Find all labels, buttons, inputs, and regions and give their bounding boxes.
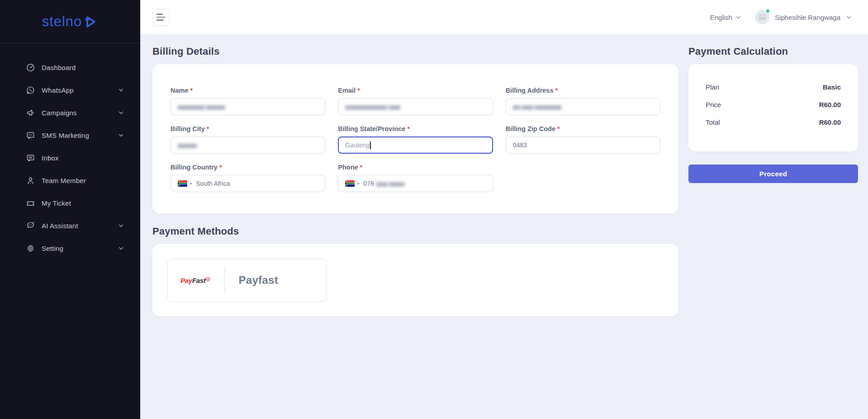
user-menu[interactable]: Siphesihle Rangwaga	[755, 10, 852, 24]
required-asterisk: *	[219, 164, 222, 171]
name-input[interactable]: ▆▆▆▆▆▆▆ ▆▆▆▆▆	[171, 98, 325, 115]
south-africa-flag-icon	[345, 180, 355, 187]
dropdown-caret-icon: ▾	[357, 182, 359, 186]
brand-logo-text: stelno	[42, 14, 82, 30]
redacted-value: ▆▆▆▆▆▆▆ ▆▆▆▆▆	[178, 104, 225, 110]
page-title: Billing Details	[152, 46, 678, 57]
field-billing-state: Billing State/Province* Gauteng	[338, 125, 493, 154]
gear-icon	[26, 244, 35, 253]
megaphone-icon	[26, 108, 35, 117]
play-arrow-icon	[80, 13, 98, 33]
grid-spacer	[506, 164, 660, 192]
billing-column: Billing Details Name* ▆▆▆▆▆▆▆ ▆▆▆▆▆ Emai…	[152, 46, 678, 316]
sidebar-item-ai-assistant[interactable]: AI Assistant	[0, 214, 140, 237]
payment-calculation-title: Payment Calculation	[688, 46, 858, 57]
topbar-right: English Siphesihle Rangwaga	[710, 10, 852, 24]
whatsapp-icon	[26, 86, 35, 94]
billing-form-card: Name* ▆▆▆▆▆▆▆ ▆▆▆▆▆ Email* ▆▆▆▆▆▆▆▆▆▆▆ ▆…	[152, 64, 678, 214]
payfast-method-name: Payfast	[238, 274, 278, 287]
sidebar-item-label: Team Member	[42, 177, 124, 184]
billing-state-input[interactable]: Gauteng	[338, 137, 493, 154]
payment-methods-title: Payment Methods	[152, 226, 678, 237]
billing-address-input[interactable]: ▆▆ ▆▆▆ ▆▆▆▆▆▆▆	[506, 98, 660, 115]
billing-country-select[interactable]: ▾ South Africa	[171, 175, 325, 192]
calc-value: Basic	[823, 83, 841, 91]
chevron-down-icon	[118, 245, 124, 251]
sidebar-item-label: WhatsApp	[42, 86, 118, 94]
calc-label: Total	[706, 118, 720, 126]
payment-calculation-column: Payment Calculation Plan Basic Price R60…	[688, 46, 858, 183]
phone-prefix: 078	[363, 180, 374, 187]
sidebar-item-inbox[interactable]: Inbox	[0, 146, 140, 169]
required-asterisk: *	[190, 87, 193, 94]
chevron-down-icon	[118, 110, 124, 116]
redacted-value: ▆▆▆▆▆	[178, 142, 197, 148]
field-billing-address: Billing Address* ▆▆ ▆▆▆ ▆▆▆▆▆▆▆	[506, 87, 660, 115]
sidebar-item-my-ticket[interactable]: My Ticket	[0, 192, 140, 214]
sidebar-item-campaigns[interactable]: Campaigns	[0, 101, 140, 124]
billing-zip-input[interactable]: 0483	[506, 137, 660, 154]
field-label: Billing Country*	[171, 164, 325, 171]
payment-calculation-card: Plan Basic Price R60.00 Total R60.00	[688, 64, 858, 151]
ticket-icon	[26, 199, 35, 207]
field-billing-zip: Billing Zip Code* 0483	[506, 125, 660, 154]
sms-icon	[26, 131, 35, 140]
sidebar-nav: Dashboard WhatsApp Campaigns SMS Marketi…	[0, 43, 140, 259]
calc-label: Price	[706, 101, 721, 108]
field-label: Billing Address*	[506, 87, 660, 94]
language-selector[interactable]: English	[710, 14, 741, 21]
south-africa-flag-icon	[178, 180, 187, 187]
user-name: Siphesihle Rangwaga	[775, 14, 840, 21]
required-asterisk: *	[557, 125, 560, 132]
field-label: Billing Zip Code*	[506, 125, 660, 132]
sidebar-item-label: Inbox	[42, 154, 124, 162]
calc-label: Plan	[706, 83, 719, 91]
billing-form: Name* ▆▆▆▆▆▆▆ ▆▆▆▆▆ Email* ▆▆▆▆▆▆▆▆▆▆▆ ▆…	[171, 87, 660, 192]
sidebar-item-dashboard[interactable]: Dashboard	[0, 56, 140, 79]
dashboard-icon	[26, 63, 35, 72]
field-label: Phone*	[338, 164, 493, 171]
sidebar-item-label: Dashboard	[42, 64, 124, 71]
phone-input[interactable]: ▾ 078 ▆▆▆ ▆▆▆▆	[338, 175, 493, 192]
dropdown-caret-icon: ▾	[190, 182, 192, 186]
sidebar-item-whatsapp[interactable]: WhatsApp	[0, 79, 140, 101]
field-label: Name*	[171, 87, 325, 94]
calc-row-plan: Plan Basic	[706, 83, 841, 91]
payfast-logo: PayFast	[180, 277, 210, 284]
input-value: South Africa	[196, 180, 230, 187]
payfast-method-tile[interactable]: PayFast Payfast	[167, 259, 327, 302]
online-status-dot	[766, 9, 770, 13]
field-phone: Phone* ▾ 078 ▆▆▆ ▆▆▆▆	[338, 164, 493, 192]
field-name: Name* ▆▆▆▆▆▆▆ ▆▆▆▆▆	[171, 87, 325, 115]
coin-stack-icon	[206, 275, 210, 283]
inbox-icon	[26, 154, 35, 162]
main-content: Billing Details Name* ▆▆▆▆▆▆▆ ▆▆▆▆▆ Emai…	[140, 34, 868, 419]
chevron-down-icon	[735, 14, 741, 20]
vertical-divider	[224, 267, 225, 294]
calc-row-total: Total R60.00	[706, 118, 841, 126]
redacted-value: ▆▆ ▆▆▆ ▆▆▆▆▆▆▆	[513, 104, 562, 110]
language-label: English	[710, 14, 732, 21]
sidebar-item-sms-marketing[interactable]: SMS Marketing	[0, 124, 140, 146]
email-input[interactable]: ▆▆▆▆▆▆▆▆▆▆▆ ▆▆▆	[338, 98, 493, 115]
billing-city-input[interactable]: ▆▆▆▆▆	[171, 137, 325, 154]
payment-methods-card: PayFast Payfast	[152, 244, 678, 316]
sidebar: stelno Dashboard WhatsApp Campaigns	[0, 0, 140, 419]
input-value: 0483	[513, 141, 527, 149]
required-asterisk: *	[207, 125, 209, 132]
sidebar-item-team-member[interactable]: Team Member	[0, 169, 140, 192]
field-email: Email* ▆▆▆▆▆▆▆▆▆▆▆ ▆▆▆	[338, 87, 493, 115]
field-billing-city: Billing City* ▆▆▆▆▆	[171, 125, 325, 154]
required-asterisk: *	[357, 87, 360, 94]
sidebar-item-label: My Ticket	[42, 199, 124, 207]
field-label: Billing City*	[171, 125, 325, 132]
calc-value: R60.00	[819, 101, 841, 108]
chevron-down-icon	[118, 87, 124, 93]
brand-logo[interactable]: stelno	[0, 0, 140, 43]
sidebar-toggle-button[interactable]	[152, 9, 170, 26]
chevron-down-icon	[846, 14, 852, 20]
sidebar-item-setting[interactable]: Setting	[0, 237, 140, 259]
sidebar-item-label: SMS Marketing	[42, 132, 118, 139]
required-asterisk: *	[555, 87, 558, 94]
proceed-button[interactable]: Proceed	[688, 165, 858, 183]
